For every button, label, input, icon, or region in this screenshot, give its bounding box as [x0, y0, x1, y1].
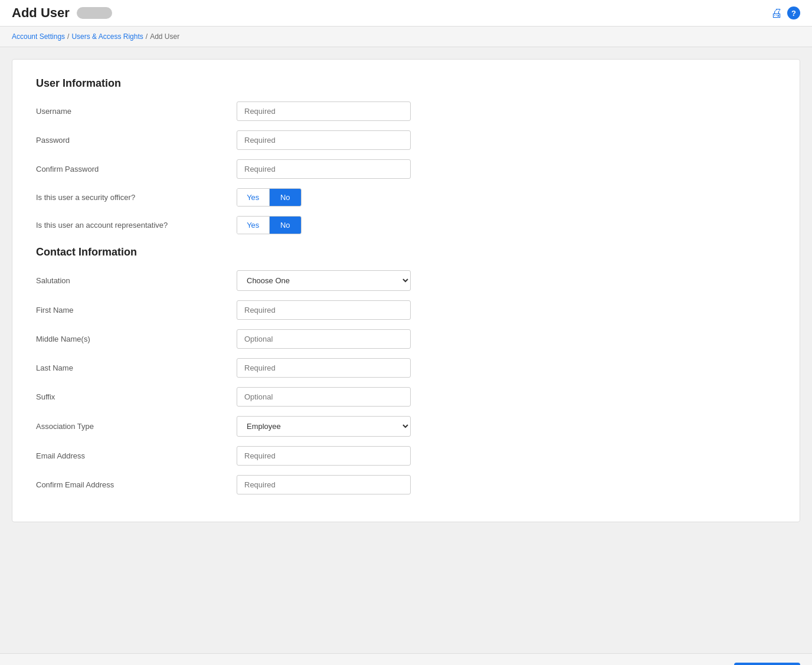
- password-input[interactable]: [237, 130, 411, 150]
- help-icon[interactable]: ?: [787, 6, 800, 19]
- suffix-input[interactable]: [237, 387, 411, 407]
- first-name-input-wrap: [237, 300, 411, 320]
- email-row: Email Address: [36, 446, 776, 466]
- breadcrumb-separator-2: /: [146, 32, 148, 41]
- email-input-wrap: [237, 446, 411, 466]
- print-icon[interactable]: 🖨: [771, 6, 782, 20]
- header-left: Add User: [12, 5, 112, 21]
- account-rep-toggle: Yes No: [237, 216, 302, 234]
- middle-name-row: Middle Name(s): [36, 329, 776, 349]
- security-officer-no-button[interactable]: No: [270, 189, 302, 206]
- header-icons: 🖨 ?: [771, 6, 800, 20]
- association-type-row: Association Type Employee Contractor Ven…: [36, 416, 776, 437]
- salutation-row: Salutation Choose One Mr. Mrs. Ms. Dr. P…: [36, 270, 776, 291]
- breadcrumb: Account Settings / Users & Access Rights…: [0, 27, 812, 47]
- form-card: User Information Username Password Confi…: [12, 59, 800, 522]
- account-rep-no-button[interactable]: No: [270, 217, 302, 234]
- confirm-email-label: Confirm Email Address: [36, 480, 237, 489]
- suffix-input-wrap: [237, 387, 411, 407]
- suffix-row: Suffix: [36, 387, 776, 407]
- breadcrumb-users-access-rights[interactable]: Users & Access Rights: [71, 32, 143, 41]
- account-rep-yes-button[interactable]: Yes: [237, 217, 270, 234]
- main-container: User Information Username Password Confi…: [0, 47, 812, 653]
- security-officer-yes-button[interactable]: Yes: [237, 189, 270, 206]
- username-input[interactable]: [237, 101, 411, 121]
- first-name-input[interactable]: [237, 300, 411, 320]
- suffix-label: Suffix: [36, 392, 237, 401]
- breadcrumb-separator-1: /: [67, 32, 69, 41]
- first-name-label: First Name: [36, 306, 237, 315]
- email-input[interactable]: [237, 446, 411, 466]
- password-input-wrap: [237, 130, 411, 150]
- email-label: Email Address: [36, 451, 237, 460]
- confirm-password-input[interactable]: [237, 159, 411, 179]
- account-rep-row: Is this user an account representative? …: [36, 216, 776, 234]
- confirm-password-label: Confirm Password: [36, 165, 237, 173]
- middle-name-label: Middle Name(s): [36, 335, 237, 343]
- last-name-input[interactable]: [237, 358, 411, 378]
- password-row: Password: [36, 130, 776, 150]
- salutation-label: Salutation: [36, 276, 237, 285]
- confirm-password-row: Confirm Password: [36, 159, 776, 179]
- account-rep-label: Is this user an account representative?: [36, 221, 237, 230]
- salutation-select[interactable]: Choose One Mr. Mrs. Ms. Dr. Prof.: [237, 270, 411, 291]
- password-label: Password: [36, 136, 237, 145]
- header: Add User 🖨 ?: [0, 0, 812, 27]
- security-officer-toggle: Yes No: [237, 188, 302, 207]
- confirm-email-input-wrap: [237, 475, 411, 494]
- username-row: Username: [36, 101, 776, 121]
- last-name-label: Last Name: [36, 363, 237, 372]
- association-type-input-wrap: Employee Contractor Vendor Other: [237, 416, 411, 437]
- confirm-password-input-wrap: [237, 159, 411, 179]
- user-info-title: User Information: [36, 77, 776, 90]
- continue-button[interactable]: Continue: [734, 663, 800, 665]
- page-title: Add User: [12, 5, 70, 21]
- security-officer-row: Is this user a security officer? Yes No: [36, 188, 776, 207]
- username-input-wrap: [237, 101, 411, 121]
- salutation-input-wrap: Choose One Mr. Mrs. Ms. Dr. Prof.: [237, 270, 411, 291]
- footer: Continue: [0, 653, 812, 665]
- middle-name-input[interactable]: [237, 329, 411, 349]
- association-type-select[interactable]: Employee Contractor Vendor Other: [237, 416, 411, 437]
- title-badge: [77, 7, 112, 19]
- breadcrumb-add-user: Add User: [150, 32, 179, 41]
- confirm-email-input[interactable]: [237, 475, 411, 494]
- username-label: Username: [36, 107, 237, 116]
- association-type-label: Association Type: [36, 422, 237, 431]
- first-name-row: First Name: [36, 300, 776, 320]
- confirm-email-row: Confirm Email Address: [36, 475, 776, 494]
- last-name-input-wrap: [237, 358, 411, 378]
- breadcrumb-account-settings[interactable]: Account Settings: [12, 32, 65, 41]
- contact-info-title: Contact Information: [36, 246, 776, 258]
- last-name-row: Last Name: [36, 358, 776, 378]
- middle-name-input-wrap: [237, 329, 411, 349]
- security-officer-label: Is this user a security officer?: [36, 193, 237, 202]
